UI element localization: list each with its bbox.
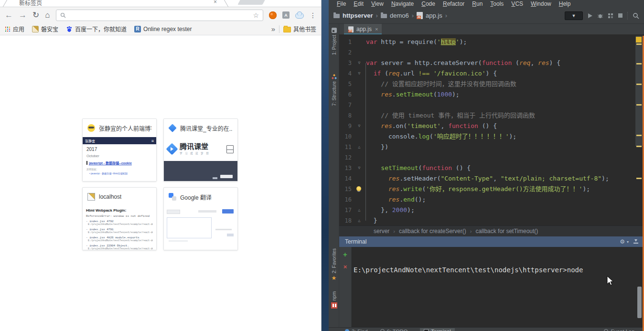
menu-refactor[interactable]: Refactor bbox=[440, 0, 468, 8]
warning-stripe-mark[interactable] bbox=[636, 84, 642, 85]
fold-marker-icon[interactable]: ▽ bbox=[355, 121, 363, 131]
intention-bulb-icon[interactable] bbox=[356, 186, 361, 191]
bookmark-item[interactable]: 百度一下，你就知道 bbox=[66, 25, 127, 33]
code-line[interactable]: 9▽ res.on('timeout', function () { bbox=[339, 121, 635, 131]
code-line[interactable]: 13▽ setTimeout(function () { bbox=[339, 163, 635, 173]
most-visited-card-blog[interactable]: 张静宜的个人前端博客 张静宜 ≡ 2017 October javasript … bbox=[82, 118, 157, 182]
bookmark-item[interactable]: 磐安宝 bbox=[32, 25, 58, 33]
bookmark-item[interactable]: ROnline regex tester bbox=[134, 26, 192, 32]
code-line[interactable]: 3▽var server = http.createServer(functio… bbox=[339, 58, 635, 68]
code-line[interactable]: 14 res.setHeader("Content-Type", "text/p… bbox=[339, 173, 635, 184]
code-line[interactable]: 4▽ if (req.url !== '/favicon.ico') { bbox=[339, 68, 635, 79]
menu-window[interactable]: Window bbox=[527, 0, 555, 8]
most-visited-card-tencent[interactable]: 腾讯课堂_专业的在... 腾讯课堂 学 习 成 就 梦 想 bbox=[163, 118, 238, 182]
tab-close-icon[interactable]: × bbox=[375, 26, 378, 32]
toolbtn-npm[interactable]: npm bbox=[329, 291, 339, 309]
fold-marker-icon[interactable]: ▽ bbox=[355, 58, 363, 68]
menu-navigate[interactable]: Navigate bbox=[388, 0, 417, 8]
code-line[interactable]: 12 bbox=[339, 152, 635, 163]
breadcrumb-folder[interactable]: demo6 bbox=[390, 12, 409, 19]
menu-run[interactable]: Run bbox=[469, 0, 486, 8]
toolwindow-button-eventlog[interactable]: Event Log bbox=[604, 328, 634, 331]
code-line[interactable]: 10 console.log('响应超时了！！！！！！'); bbox=[339, 131, 635, 142]
menu-edit[interactable]: Edit bbox=[350, 0, 367, 8]
code-line[interactable]: 5 // 设置相应超时时间，这里并没有使用回调函数 bbox=[339, 79, 635, 89]
code-line[interactable]: 18△ } bbox=[339, 215, 635, 225]
search-everywhere-icon[interactable] bbox=[633, 12, 639, 19]
reload-icon[interactable]: ↻ bbox=[32, 11, 39, 19]
most-visited-card-translate[interactable]: Google 翻译 bbox=[163, 187, 238, 250]
adobe-extension-icon[interactable]: A bbox=[282, 11, 290, 19]
fold-marker-icon[interactable]: △ bbox=[355, 142, 363, 152]
most-visited-card-localhost[interactable]: localhost Html Webpack Plugin: Reference… bbox=[82, 187, 157, 250]
breadcrumb-item[interactable]: callback for setTimeout() bbox=[475, 228, 538, 235]
breadcrumb-item[interactable]: server bbox=[374, 228, 389, 235]
toolbtn-project[interactable]: 1: Project bbox=[329, 28, 339, 55]
terminal-scrollbar[interactable] bbox=[637, 287, 642, 318]
run-config-dropdown[interactable]: ▼ bbox=[565, 11, 583, 20]
editor-scrollbar[interactable] bbox=[635, 36, 643, 147]
code-line[interactable]: 11△ }) bbox=[339, 142, 635, 152]
code-line[interactable]: 2 bbox=[339, 47, 635, 58]
breadcrumb-project[interactable]: httpserver bbox=[343, 12, 373, 19]
bookmarks-overflow-icon[interactable]: » bbox=[271, 25, 275, 33]
menu-file[interactable]: File bbox=[333, 0, 349, 8]
terminal-close-icon[interactable]: × bbox=[339, 264, 351, 270]
editor-tab-appjs[interactable]: app.js × bbox=[344, 24, 382, 34]
code-line[interactable]: 16 res.end(); bbox=[339, 194, 635, 205]
toolwindow-button-find[interactable]: 3: Find bbox=[345, 328, 368, 331]
code-line[interactable]: 17△ }, 2000); bbox=[339, 205, 635, 215]
bookmark-star-icon[interactable]: ☆ bbox=[253, 12, 259, 19]
bookmark-other[interactable]: 其他书签 bbox=[283, 25, 316, 33]
toolbtn-structure[interactable]: 7: Structure bbox=[329, 74, 339, 106]
terminal-minimize-icon[interactable] bbox=[633, 239, 638, 244]
terminal-settings-icon[interactable]: ⚙ bbox=[620, 239, 625, 245]
browser-menu-icon[interactable]: ⋮ bbox=[310, 12, 316, 19]
bookmark-apps[interactable]: 应用 bbox=[5, 25, 24, 33]
warning-stripe-mark[interactable] bbox=[636, 104, 642, 106]
code-line[interactable]: 8 // 使用 timeout 事件，相当于 上行代码的回调函数 bbox=[339, 110, 635, 121]
warning-stripe-mark[interactable] bbox=[636, 146, 642, 147]
code-line[interactable]: 15 res.write('你好，response.getHeader()方法使… bbox=[339, 184, 635, 194]
fold-marker-icon[interactable]: ▽ bbox=[355, 68, 363, 79]
warning-stripe-mark[interactable] bbox=[636, 43, 642, 45]
new-tab-button[interactable] bbox=[237, 0, 265, 5]
fold-marker-icon[interactable]: △ bbox=[355, 205, 363, 215]
menu-view[interactable]: View bbox=[368, 0, 387, 8]
home-icon[interactable]: ⌂ bbox=[45, 11, 50, 19]
forward-icon[interactable]: → bbox=[19, 11, 27, 19]
breadcrumb-file[interactable]: app.js bbox=[426, 12, 442, 19]
toolwindow-button-todo[interactable]: 6: TODO bbox=[380, 328, 408, 331]
menu-code[interactable]: Code bbox=[418, 0, 439, 8]
tab-close-icon[interactable]: × bbox=[214, 0, 217, 5]
terminal-panel[interactable]: + × E:\projectAndNote\nextTencent\test\n… bbox=[339, 247, 644, 327]
menu-tools[interactable]: Tools bbox=[487, 0, 507, 8]
terminal-prompt[interactable]: E:\projectAndNote\nextTencent\test\nodej… bbox=[354, 266, 583, 274]
warning-stripe-mark[interactable] bbox=[636, 135, 642, 136]
code-line[interactable]: 7 bbox=[339, 100, 635, 110]
stop-icon[interactable] bbox=[618, 13, 623, 18]
warning-stripe-mark[interactable] bbox=[636, 178, 642, 179]
menu-vcs[interactable]: VCS bbox=[508, 0, 526, 8]
terminal-new-session-icon[interactable]: + bbox=[339, 251, 351, 258]
code-line[interactable]: 6 res.setTimeout(1000); bbox=[339, 89, 635, 100]
code-line[interactable]: 1var http = require('http'); bbox=[339, 37, 635, 47]
toolwindow-button-terminal[interactable]: Terminal bbox=[420, 328, 455, 331]
back-icon[interactable]: ← bbox=[5, 11, 13, 19]
fold-marker-icon[interactable]: ▽ bbox=[355, 163, 363, 173]
debug-icon[interactable] bbox=[597, 13, 603, 19]
coverage-icon[interactable] bbox=[608, 13, 613, 19]
cloud-extension-icon[interactable] bbox=[295, 13, 304, 19]
menu-help[interactable]: Help bbox=[556, 0, 574, 8]
address-bar[interactable]: ☆ bbox=[56, 10, 263, 21]
warning-stripe-mark[interactable] bbox=[636, 63, 642, 64]
inspection-indicator[interactable] bbox=[636, 37, 642, 43]
extension-icon[interactable] bbox=[269, 11, 277, 19]
breadcrumb-item[interactable]: callback for createServer() bbox=[399, 228, 466, 235]
code-editor[interactable]: 1var http = require('http');23▽var serve… bbox=[339, 34, 644, 225]
toolbtn-favorites[interactable]: 2: Favorites ★ bbox=[329, 248, 339, 281]
browser-tab-active[interactable]: 新标签页 × bbox=[4, 0, 227, 7]
run-icon[interactable] bbox=[587, 13, 593, 19]
terminal-header[interactable]: Terminal ⚙▾ bbox=[339, 236, 644, 247]
fold-marker-icon[interactable]: △ bbox=[355, 215, 363, 225]
